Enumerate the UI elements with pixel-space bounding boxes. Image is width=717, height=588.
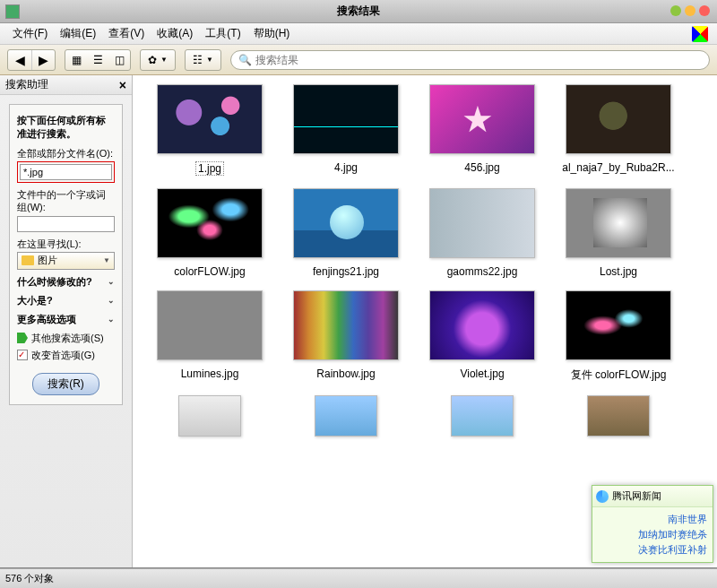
file-thumbnail[interactable]: Lumines.jpg — [142, 290, 278, 383]
chevron-icon: ⌄ — [108, 277, 115, 286]
file-thumbnail[interactable] — [414, 395, 550, 437]
popup-header: 腾讯网新闻 — [592, 486, 713, 507]
file-thumbnail[interactable]: fenjings21.jpg — [278, 188, 414, 278]
menu-favorites[interactable]: 收藏(A) — [151, 24, 198, 43]
popup-link[interactable]: 决赛比利亚补射 — [598, 543, 707, 557]
minimize-button[interactable] — [670, 5, 681, 16]
view-icons-button[interactable]: ▦ — [65, 50, 87, 70]
settings-button[interactable]: ✿▼ — [140, 49, 176, 71]
file-thumbnail[interactable]: Rainbow.jpg — [278, 290, 414, 383]
search-input[interactable] — [255, 54, 702, 66]
popup-link[interactable]: 南非世界 — [598, 513, 707, 526]
windows-flag-icon[interactable] — [692, 26, 708, 42]
lookin-select[interactable]: 图片 — [17, 252, 115, 270]
other-options-label: 其他搜索选项(S) — [31, 332, 104, 344]
arrow-icon — [17, 333, 28, 343]
checkbox-icon — [17, 350, 28, 360]
qq-icon — [596, 490, 609, 503]
toolbar: ◀ ▶ ▦ ☰ ◫ ✿▼ ☷▼ 🔍 — [0, 45, 717, 75]
gear-icon: ✿ — [148, 54, 157, 66]
when-modified-row[interactable]: 什么时候修改的? ⌄ — [17, 275, 115, 289]
view-columns-button[interactable]: ◫ — [108, 50, 130, 70]
thumbnail-label: 1.jpg — [195, 161, 224, 176]
nav-buttons: ◀ ▶ — [7, 49, 56, 71]
thumbnail-image — [566, 188, 671, 258]
thumbnail-image — [293, 188, 399, 258]
file-thumbnail[interactable]: 1.jpg — [142, 84, 278, 176]
file-thumbnail[interactable]: gaomms22.jpg — [414, 188, 550, 278]
file-thumbnail[interactable]: 4.jpg — [278, 84, 414, 176]
sidebar-title-text: 搜索助理 — [5, 77, 48, 92]
app-icon — [5, 4, 20, 19]
thumbnail-label: fenjings21.jpg — [313, 265, 379, 278]
file-thumbnail[interactable]: colorFLOW.jpg — [142, 188, 278, 278]
filename-input[interactable] — [20, 164, 112, 180]
file-thumbnail[interactable]: Lost.jpg — [550, 188, 687, 278]
size-label: 大小是? — [17, 294, 53, 307]
status-bar: 576 个对象 — [0, 568, 717, 588]
search-box[interactable]: 🔍 — [230, 50, 710, 70]
menu-tools[interactable]: 工具(T) — [200, 24, 246, 43]
thumbnail-label: 4.jpg — [334, 161, 358, 174]
arrange-icon: ☷ — [193, 54, 203, 66]
thumbnail-label: colorFLOW.jpg — [174, 265, 245, 278]
thumbnail-label: 456.jpg — [464, 161, 499, 174]
file-thumbnail[interactable] — [550, 395, 687, 437]
maximize-button[interactable] — [685, 5, 695, 16]
change-preferences[interactable]: 改变首选项(G) — [17, 349, 115, 361]
thumbnail-image — [429, 84, 535, 154]
thumbnail-label: 复件 colorFLOW.jpg — [571, 368, 667, 383]
thumbnail-label: Rainbow.jpg — [316, 368, 375, 380]
menu-view[interactable]: 查看(V) — [103, 24, 150, 43]
menu-bar: 文件(F) 编辑(E) 查看(V) 收藏(A) 工具(T) 帮助(H) — [0, 23, 717, 45]
thumbnail-image — [429, 188, 535, 258]
sidebar-close-button[interactable]: × — [119, 78, 126, 92]
view-list-button[interactable]: ☰ — [87, 50, 108, 70]
forward-button[interactable]: ▶ — [31, 50, 55, 70]
search-instruction: 按下面任何或所有标准进行搜索。 — [17, 114, 115, 142]
status-text: 576 个对象 — [5, 572, 54, 585]
file-thumbnail[interactable] — [142, 395, 278, 437]
thumbnail-image — [293, 84, 399, 154]
view-buttons: ▦ ☰ ◫ — [65, 49, 131, 71]
filename-label: 全部或部分文件名(O): — [17, 147, 115, 160]
thumbnail-image — [451, 395, 514, 437]
popup-link[interactable]: 加纳加时赛绝杀 — [598, 528, 707, 541]
more-options-label: 更多高级选项 — [17, 313, 76, 326]
search-icon: 🔍 — [238, 54, 252, 66]
popup-title: 腾讯网新闻 — [612, 489, 661, 503]
file-thumbnail[interactable]: 456.jpg — [414, 84, 550, 176]
file-thumbnail[interactable]: Violet.jpg — [414, 290, 550, 383]
menu-file[interactable]: 文件(F) — [7, 24, 53, 43]
lookin-label: 在这里寻找(L): — [17, 238, 115, 250]
thumbnail-label: gaomms22.jpg — [447, 265, 518, 278]
search-panel: 按下面任何或所有标准进行搜索。 全部或部分文件名(O): 文件中的一个字或词组(… — [9, 104, 123, 405]
menu-edit[interactable]: 编辑(E) — [55, 24, 101, 43]
menu-help[interactable]: 帮助(H) — [248, 24, 296, 43]
chevron-icon: ⌄ — [108, 296, 115, 305]
word-input[interactable] — [17, 216, 115, 232]
thumbnail-image — [429, 290, 535, 360]
word-label: 文件中的一个字或词组(W): — [17, 188, 115, 214]
lookin-value: 图片 — [38, 254, 57, 267]
search-button[interactable]: 搜索(R) — [32, 373, 99, 395]
thumbnail-image — [566, 84, 671, 154]
more-options-row[interactable]: 更多高级选项 ⌄ — [17, 313, 115, 326]
chevron-down-icon: ▼ — [160, 56, 168, 64]
file-thumbnail[interactable]: 复件 colorFLOW.jpg — [550, 290, 687, 383]
back-button[interactable]: ◀ — [8, 50, 31, 70]
folder-icon — [22, 255, 34, 265]
file-thumbnail[interactable]: al_naja7_by_Ruba2R... — [550, 84, 687, 176]
other-search-options[interactable]: 其他搜索选项(S) — [17, 332, 115, 344]
size-row[interactable]: 大小是? ⌄ — [17, 294, 115, 307]
arrange-button[interactable]: ☷▼ — [185, 49, 221, 71]
news-popup[interactable]: 腾讯网新闻 南非世界 加纳加时赛绝杀 决赛比利亚补射 — [592, 485, 713, 563]
thumbnail-label: Lost.jpg — [600, 265, 637, 278]
thumbnail-image — [157, 290, 263, 360]
sidebar: 搜索助理 × 按下面任何或所有标准进行搜索。 全部或部分文件名(O): 文件中的… — [0, 75, 133, 567]
file-thumbnail[interactable] — [278, 395, 414, 437]
popup-body: 南非世界 加纳加时赛绝杀 决赛比利亚补射 — [592, 507, 713, 562]
thumbnail-label: al_naja7_by_Ruba2R... — [562, 161, 674, 174]
thumbnail-image — [293, 290, 399, 360]
close-button[interactable] — [699, 5, 710, 16]
